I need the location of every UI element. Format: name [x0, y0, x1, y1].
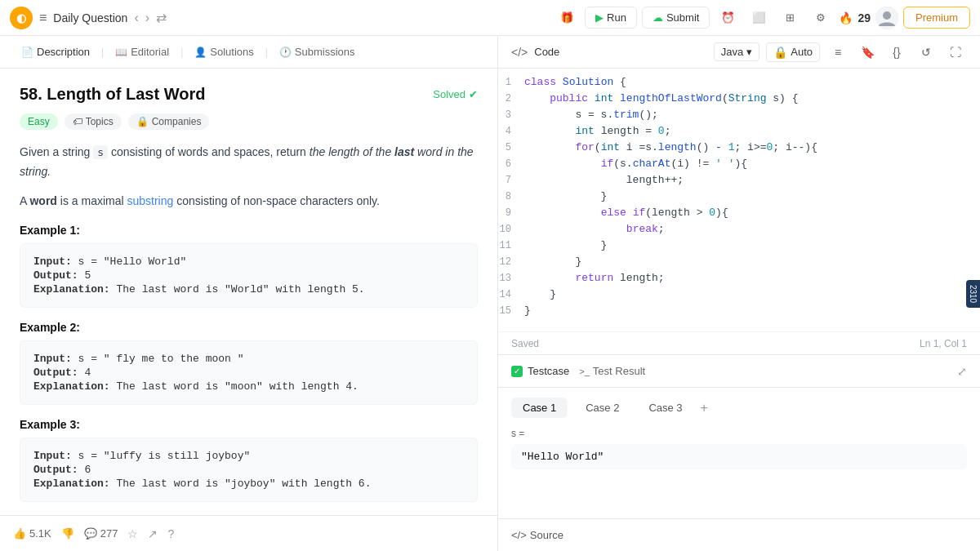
code-line-7: 7 length++; — [498, 173, 980, 189]
testcase-checkbox: ✓ — [511, 366, 523, 377]
example-1-title: Example 1: — [20, 224, 478, 237]
testcase-tab[interactable]: ✓ Testcase — [511, 365, 569, 377]
solutions-icon: 👤 — [194, 47, 207, 58]
prev-button[interactable]: ‹ — [134, 11, 138, 25]
format-btn[interactable]: {} — [885, 41, 908, 64]
side-hint[interactable]: 2310 — [966, 279, 980, 307]
testresult-label: Test Result — [593, 365, 645, 377]
lock-icon: 🔒 — [773, 46, 787, 59]
cloud-icon: ☁ — [653, 11, 663, 24]
case-tab-1[interactable]: Case 1 — [511, 398, 568, 418]
testcase-header: ✓ Testcase >_ Test Result ⤢ — [498, 355, 980, 388]
premium-button[interactable]: Premium — [903, 7, 970, 29]
timer-icon-btn[interactable]: ⏰ — [715, 5, 741, 31]
likes-stat: 👍 5.1K — [13, 527, 51, 540]
case-tab-3[interactable]: Case 3 — [637, 398, 693, 418]
shuffle-icon[interactable]: ⇄ — [156, 10, 167, 25]
code-line-6: 6 if(s.charAt(i) != ' '){ — [498, 157, 980, 173]
saved-status: Saved — [511, 338, 539, 349]
language-selector[interactable]: Java ▾ — [714, 42, 760, 61]
grid-icon-btn[interactable]: ⊞ — [777, 5, 803, 31]
nav-logo[interactable]: ◐ — [10, 7, 33, 29]
example-3-box: Input: s = "luffy is still joyboy" Outpu… — [20, 438, 478, 502]
comments-count: 277 — [100, 527, 118, 540]
bookmark-btn[interactable]: 🔖 — [856, 41, 879, 64]
code-line-1: 1 class Solution { — [498, 75, 980, 91]
bonus-icon-btn[interactable]: 🎁 — [554, 5, 580, 31]
companies-tag[interactable]: 🔒 Companies — [128, 113, 210, 130]
settings-icon-btn[interactable]: ⚙ — [808, 5, 834, 31]
example-2: Example 2: Input: s = " fly me to the mo… — [20, 321, 478, 405]
top-nav: ◐ ≡ Daily Question ‹ › ⇄ 🎁 ▶ Run ☁ Submi… — [0, 0, 980, 36]
streak-count: 29 — [858, 11, 871, 24]
substring-link[interactable]: substring — [127, 194, 174, 207]
run-button[interactable]: ▶ Run — [585, 7, 637, 29]
example-2-explanation: Explanation: The last word is "moon" wit… — [33, 380, 464, 393]
problem-description-2: A word is a maximal substring consisting… — [20, 192, 478, 211]
topics-tag[interactable]: 🏷 Topics — [65, 113, 122, 130]
tab-submissions-label: Submissions — [295, 46, 355, 58]
auto-label: Auto — [791, 46, 813, 58]
companies-label: Companies — [152, 116, 202, 127]
fullscreen-btn[interactable]: ⛶ — [944, 41, 967, 64]
terminal-icon: >_ — [579, 367, 590, 376]
param-label: s = — [511, 428, 967, 439]
add-case-button[interactable]: + — [701, 401, 708, 415]
star-button[interactable]: ☆ — [127, 527, 138, 540]
description-icon: 📄 — [21, 47, 33, 58]
problem-description-1: Given a string s consisting of words and… — [20, 143, 478, 182]
chevron-down-icon: ▾ — [746, 46, 752, 58]
tag-icon: 🏷 — [73, 116, 82, 127]
code-line-10: 10 break; — [498, 222, 980, 238]
case-tab-2[interactable]: Case 2 — [574, 398, 630, 418]
solved-text: Solved — [433, 88, 466, 100]
thumbsdown-icon: 👎 — [61, 527, 74, 540]
testcase-content: Case 1 Case 2 Case 3 + s = "Hello World" — [498, 388, 980, 518]
lock-selector[interactable]: 🔒 Auto — [766, 42, 820, 62]
source-button[interactable]: </> Source — [511, 529, 564, 541]
problem-content: 58. Length of Last Word Solved ✔ Easy 🏷 … — [0, 69, 497, 515]
code-line-9: 9 else if(length > 0){ — [498, 206, 980, 222]
dislikes-stat[interactable]: 👎 — [61, 527, 74, 540]
play-icon: ▶ — [595, 11, 604, 24]
thumbsup-icon: 👍 — [13, 527, 26, 540]
expand-icon-btn[interactable]: ⬜ — [746, 5, 772, 31]
tab-description[interactable]: 📄 Description — [13, 41, 98, 63]
submissions-icon: 🕐 — [279, 47, 292, 58]
toolbar-menu-btn[interactable]: ≡ — [826, 41, 849, 64]
testresult-tab[interactable]: >_ Test Result — [579, 365, 645, 377]
next-button[interactable]: › — [145, 11, 149, 25]
undo-btn[interactable]: ↺ — [915, 41, 938, 64]
param-value[interactable]: "Hello World" — [511, 444, 967, 469]
example-1-output: Output: 5 — [33, 269, 464, 282]
tab-description-label: Description — [37, 46, 90, 58]
source-label: Source — [530, 529, 564, 541]
check-icon: ✔ — [469, 88, 478, 100]
case-tabs: Case 1 Case 2 Case 3 + — [511, 398, 967, 418]
help-button[interactable]: ? — [167, 527, 174, 540]
avatar[interactable] — [875, 7, 898, 29]
tab-submissions[interactable]: 🕐 Submissions — [271, 41, 363, 63]
likes-count: 5.1K — [29, 527, 51, 540]
code-line-2: 2 public int lengthOfLastWord(String s) … — [498, 91, 980, 108]
submit-button[interactable]: ☁ Submit — [642, 7, 710, 29]
left-panel: 📄 Description | 📖 Editorial | 👤 Solution… — [0, 36, 498, 551]
resize-icon[interactable]: ⤢ — [957, 365, 967, 378]
tab-editorial[interactable]: 📖 Editorial — [107, 41, 177, 63]
code-line-12: 12 } — [498, 255, 980, 271]
nav-title: Daily Question — [53, 11, 127, 24]
comments-stat: 💬 277 — [84, 527, 118, 540]
code-editor[interactable]: 1 class Solution { 2 public int lengthOf… — [498, 69, 980, 331]
solved-badge: Solved ✔ — [433, 88, 478, 100]
example-3-output: Output: 6 — [33, 464, 464, 476]
problem-title-text: 58. Length of Last Word — [20, 85, 205, 104]
tab-editorial-label: Editorial — [131, 46, 169, 58]
tab-solutions[interactable]: 👤 Solutions — [186, 41, 261, 63]
code-line-15: 15 } — [498, 304, 980, 320]
example-1-box: Input: s = "Hello World" Output: 5 Expla… — [20, 243, 478, 308]
problem-title-row: 58. Length of Last Word Solved ✔ — [20, 85, 478, 104]
list-icon[interactable]: ≡ — [39, 11, 47, 25]
nav-actions: 🎁 ▶ Run ☁ Submit ⏰ ⬜ ⊞ ⚙ 🔥 29 Premium — [554, 5, 970, 31]
code-line-8: 8 } — [498, 189, 980, 206]
share-button[interactable]: ↗ — [148, 527, 158, 540]
